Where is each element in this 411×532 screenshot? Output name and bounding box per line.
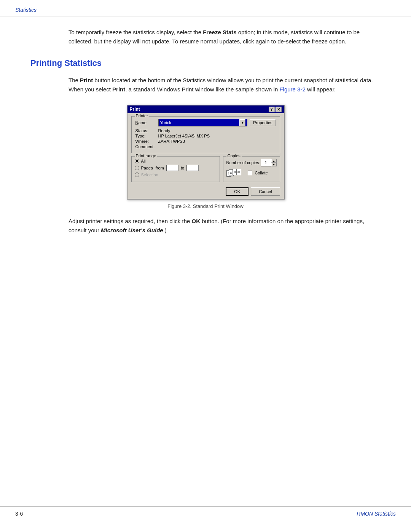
radio-all-row: All [135, 159, 217, 163]
closing-italic-bold: Microsoft User's Guide [101, 227, 163, 233]
name-label: Name: [135, 120, 158, 125]
closing-bold-ok: OK [192, 218, 201, 224]
comment-label: Comment: [135, 144, 158, 149]
ok-button[interactable]: OK [226, 187, 249, 196]
body-text-3: , a standard Windows Print window like t… [125, 86, 279, 93]
spinner-down[interactable]: ▼ [271, 163, 277, 166]
spinner-up[interactable]: ▲ [271, 159, 277, 163]
status-value: Ready [158, 128, 170, 133]
body-text-1: The [68, 77, 80, 83]
radio-selection[interactable] [135, 173, 139, 177]
dialog-titlebar-buttons: ? ✕ [269, 107, 282, 112]
printer-name-combo[interactable]: Yorick ▼ [158, 119, 248, 126]
figure-caption: Figure 3-2. Standard Print Window [167, 203, 243, 209]
radio-all[interactable] [135, 159, 139, 163]
pages-to-input[interactable] [186, 165, 199, 171]
comment-row: Comment: [135, 144, 276, 149]
to-label: to [181, 166, 184, 170]
properties-button[interactable]: Properties [250, 119, 276, 126]
printer-group-label: Printer [135, 113, 149, 118]
body-text-4: will appear. [306, 86, 336, 93]
radio-selection-row: Selection [135, 173, 217, 177]
cancel-button[interactable]: Cancel [251, 187, 280, 196]
breadcrumb: Statistics [15, 7, 37, 13]
type-row: Type: HP LaserJet 4Si/4Si MX PS [135, 134, 276, 138]
printer-name-value: Yorick [160, 120, 239, 125]
collate-label: Collate [255, 171, 268, 175]
main-content: To temporarily freeze the statistics dis… [0, 16, 411, 268]
where-label: Where: [135, 139, 158, 144]
intro-paragraph: To temporarily freeze the statistics dis… [68, 28, 381, 46]
body-bold-print1: Print [80, 77, 93, 83]
footer-section-title: RMON Statistics [357, 511, 396, 517]
figure-link[interactable]: Figure 3-2 [279, 86, 305, 93]
radio-all-label: All [141, 159, 146, 163]
printer-name-row: Name: Yorick ▼ Properties [135, 119, 276, 126]
copies-group-label: Copies [226, 153, 242, 158]
collate-checkbox[interactable] [248, 171, 252, 175]
dialog-body: Printer Name: Yorick ▼ Properties [127, 113, 284, 185]
closing-paragraph: Adjust printer settings as required, the… [68, 217, 381, 235]
radio-pages[interactable] [135, 166, 139, 170]
page-stack-icon: 1 12 22 33 [226, 169, 244, 177]
print-range-group: Print range All Pages from [131, 156, 220, 182]
dialog-titlebar: Print ? ✕ [127, 105, 284, 113]
copies-group: Copies Number of copies: 1 ▲ ▼ [223, 156, 280, 182]
where-value: ZARA:TWPS3 [158, 139, 185, 144]
dialog-container: Print ? ✕ Printer Name: [30, 105, 381, 209]
body-paragraph: The Print button located at the bottom o… [68, 76, 381, 94]
closing-text-1: Adjust printer settings as required, the… [68, 218, 192, 224]
radio-selection-label: Selection [141, 173, 158, 177]
status-row: Status: Ready [135, 128, 276, 133]
closing-text-3: .) [163, 227, 167, 233]
page-header: Statistics [0, 0, 411, 16]
page-container: Statistics To temporarily freeze the sta… [0, 0, 411, 532]
num-copies-row: Number of copies: 1 ▲ ▼ [226, 159, 277, 166]
where-row: Where: ZARA:TWPS3 [135, 139, 276, 144]
copies-value[interactable]: 1 [261, 159, 271, 166]
pages-from-input[interactable] [166, 165, 178, 171]
intro-text-before-bold: To temporarily freeze the statistics dis… [68, 29, 203, 35]
status-label: Status: [135, 128, 158, 133]
printer-group: Printer Name: Yorick ▼ Properties [131, 116, 280, 153]
intro-bold-freeze-stats: Freeze Stats [203, 29, 236, 35]
footer-page-number: 3-6 [15, 511, 23, 517]
copies-spinner: 1 ▲ ▼ [261, 159, 277, 166]
from-label: from [156, 166, 164, 170]
dialog-close-button[interactable]: ✕ [276, 107, 282, 112]
collate-row: 1 12 22 33 Collate [226, 169, 277, 177]
radio-pages-row: Pages from to [135, 165, 217, 171]
print-dialog: Print ? ✕ Printer Name: [127, 105, 285, 200]
spinner-arrows: ▲ ▼ [271, 159, 277, 166]
print-range-label: Print range [135, 153, 158, 158]
section-heading: Printing Statistics [30, 58, 381, 68]
dialog-footer: OK Cancel [127, 185, 284, 199]
dialog-title: Print [130, 107, 140, 112]
type-label: Type: [135, 134, 158, 138]
combo-dropdown-arrow[interactable]: ▼ [239, 119, 245, 126]
dialog-help-button[interactable]: ? [269, 107, 275, 112]
num-copies-label: Number of copies: [226, 160, 261, 165]
type-value: HP LaserJet 4Si/4Si MX PS [158, 134, 210, 138]
body-bold-print2: Print [112, 86, 125, 93]
radio-pages-label: Pages from to [141, 165, 199, 171]
page-footer: 3-6 RMON Statistics [0, 506, 411, 521]
two-col-row: Print range All Pages from [131, 156, 280, 182]
